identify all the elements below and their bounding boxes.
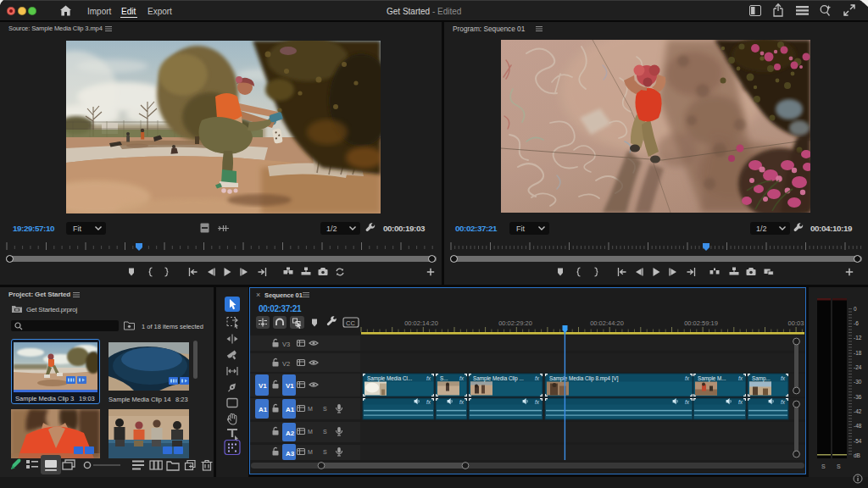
svg-text:fx: fx [685,399,690,405]
svg-text:V1: V1 [286,382,294,390]
svg-text:00:02:29:20: 00:02:29:20 [498,319,532,327]
svg-text:S: S [323,429,327,435]
svg-text:Sequence 01: Sequence 01 [264,291,303,299]
svg-text:V3: V3 [282,341,290,348]
svg-text:fx: fx [535,375,540,381]
svg-text:V1: V1 [259,382,267,390]
svg-text:S: S [837,463,841,469]
svg-text:fx: fx [781,375,786,381]
svg-text:-6: -6 [854,320,859,326]
svg-text:fx: fx [459,375,465,381]
svg-text:A2: A2 [286,430,295,437]
svg-text:S: S [821,463,826,469]
svg-text:fx: fx [426,375,431,381]
svg-text:-18: -18 [854,350,862,356]
svg-text:Sample Media Clip ...: Sample Media Clip ... [473,375,524,382]
svg-text:-42: -42 [854,408,862,414]
svg-text:Sample Media Clip 8.mp4 [V]: Sample Media Clip 8.mp4 [V] [549,375,619,382]
svg-text:00:02:14:20: 00:02:14:20 [404,319,438,327]
svg-text:-12: -12 [854,335,862,341]
svg-text:S: S [323,406,327,412]
svg-text:-30: -30 [854,379,862,385]
svg-text:Sample M...: Sample M... [698,375,726,382]
svg-text:CC: CC [346,319,355,327]
svg-text:S...: S... [440,375,448,381]
svg-text:0: 0 [854,306,857,312]
svg-text:fx: fx [738,399,743,405]
svg-text:-48: -48 [854,423,862,429]
svg-text:dB: dB [854,452,860,458]
svg-text:fx: fx [781,399,786,405]
svg-text:Sample Media Cl...: Sample Media Cl... [367,375,412,382]
svg-text:A1: A1 [286,406,295,413]
svg-text:fx: fx [426,399,431,405]
svg-text:A1: A1 [259,406,268,413]
svg-text:A3: A3 [286,450,295,458]
svg-text:×: × [256,291,260,299]
svg-text:M: M [308,429,313,435]
svg-text:M: M [308,406,313,412]
svg-text:Samp...: Samp... [752,375,771,382]
svg-text:00:02:44:20: 00:02:44:20 [590,319,624,327]
svg-text:M: M [308,449,313,455]
svg-text:00:03: 00:03 [788,319,804,327]
svg-text:fx: fx [459,399,465,405]
svg-text:-36: -36 [854,394,862,400]
svg-text:fx: fx [535,399,540,405]
svg-text:fx: fx [685,375,690,381]
svg-text:-54: -54 [854,438,862,444]
svg-text:-24: -24 [854,364,862,370]
svg-text:V2: V2 [282,360,290,368]
svg-text:00:02:59:19: 00:02:59:19 [684,319,718,327]
svg-text:00:02:37:21: 00:02:37:21 [259,304,302,313]
svg-text:fx: fx [738,375,743,381]
svg-text:S: S [323,449,327,455]
